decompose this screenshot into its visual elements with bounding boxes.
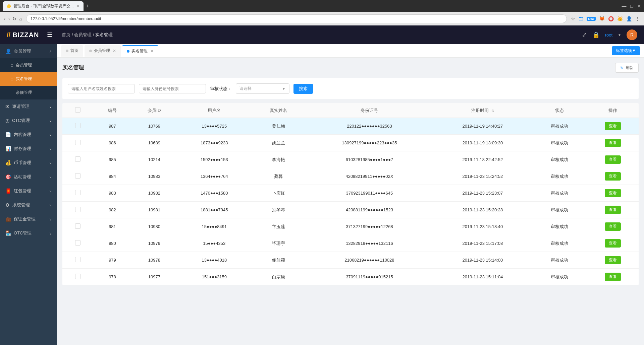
extension-icon-1[interactable]: 🗔 [579,16,583,21]
cell-realname: 毕珊宇 [251,235,306,252]
row-checkbox-2[interactable] [75,156,80,162]
sidebar-item-balance[interactable]: □ 余额管理 [0,86,57,99]
home-button[interactable]: ⌂ [19,16,22,21]
row-checkbox-3[interactable] [75,173,80,179]
breadcrumb-home[interactable]: 首页 [62,32,70,37]
cell-action[interactable]: 查看 [587,202,639,218]
user-info[interactable]: root [605,32,612,38]
cell-checkbox[interactable] [62,185,94,202]
idno-search-input[interactable] [139,84,206,93]
cell-action[interactable]: 查看 [587,185,639,202]
active-tab[interactable]: 🟡 管理后台 - 币严|全球数字资产交... ✕ [3,1,84,11]
extension-icon-3[interactable]: ⭕ [608,16,614,21]
cell-checkbox[interactable] [62,269,94,285]
user-icon[interactable]: 👤 [626,16,632,21]
tab-member-mgmt[interactable]: 会员管理 ✕ [85,45,121,57]
row-checkbox-0[interactable] [75,123,80,128]
view-button[interactable]: 查看 [605,256,621,264]
sidebar-item-member[interactable]: 👤 会员管理 ∧ [0,44,57,58]
sidebar-item-content[interactable]: 📄 内容管理 ∨ [0,128,57,142]
cell-action[interactable]: 查看 [587,235,639,252]
sidebar-item-member-mgmt[interactable]: □ 会员管理 [0,58,57,72]
sidebar-item-ctc[interactable]: ◎ CTC管理 ∨ [0,114,57,128]
status-select[interactable]: 请选择 ▼ [236,83,289,94]
cell-realname: 卞玉莲 [251,218,306,235]
sidebar-item-coin[interactable]: 💰 币币管理 ∨ [0,156,57,170]
view-button[interactable]: 查看 [605,273,621,281]
cell-checkbox[interactable] [62,135,94,151]
th-checkbox[interactable] [62,103,94,118]
tab-member-close[interactable]: ✕ [113,49,116,53]
cell-action[interactable]: 查看 [587,135,639,151]
cell-checkbox[interactable] [62,151,94,168]
view-button[interactable]: 查看 [605,189,621,197]
cell-action[interactable]: 查看 [587,168,639,185]
cell-action[interactable]: 查看 [587,218,639,235]
lock-icon[interactable]: 🔒 [592,31,600,39]
cell-checkbox[interactable] [62,218,94,235]
extension-icon-4[interactable]: 😺 [617,16,623,21]
extension-icon-2[interactable]: 🦊 [599,16,605,21]
tab-realname-close[interactable]: ✕ [150,49,154,54]
row-checkbox-8[interactable] [75,257,80,262]
reload-button[interactable]: ↻ [12,16,16,21]
row-checkbox-4[interactable] [75,190,80,195]
user-dropdown-icon[interactable]: ▼ [618,33,621,37]
cell-checkbox[interactable] [62,168,94,185]
breadcrumb: 首页 / 会员管理 / 实名管理 [62,32,113,38]
back-button[interactable]: ‹ [4,16,6,21]
view-button[interactable]: 查看 [605,155,621,164]
username-search-input[interactable] [68,84,135,93]
cell-action[interactable]: 查看 [587,269,639,285]
view-button[interactable]: 查看 [605,139,621,147]
sidebar-item-finance[interactable]: 📊 财务管理 ∨ [0,142,57,156]
tab-home[interactable]: 首页 [61,45,83,57]
sidebar-toggle[interactable]: ☰ [47,31,52,39]
view-button[interactable]: 查看 [605,222,621,231]
cell-checkbox[interactable] [62,252,94,269]
bookmark-icon[interactable]: ☆ [571,16,575,21]
close-icon[interactable]: ✕ [637,3,641,9]
th-status: 状态 [532,103,587,118]
sidebar-item-redpacket[interactable]: 🧧 红包管理 ∨ [0,184,57,198]
sidebar-item-system[interactable]: ⚙ 系统管理 ∨ [0,198,57,212]
refresh-button[interactable]: ↻ 刷新 [615,63,639,73]
th-regtime[interactable]: 注册时间 ⇅ [433,103,532,118]
view-button[interactable]: 查看 [605,122,621,130]
sidebar-item-activity[interactable]: 🎯 活动管理 ∨ [0,170,57,184]
menu-icon[interactable]: ⋮ [635,16,640,21]
fullscreen-icon[interactable]: ⤢ [582,31,587,39]
new-tab-button[interactable]: + [86,3,89,9]
row-checkbox-7[interactable] [75,240,80,246]
minimize-icon[interactable]: — [622,3,627,9]
cell-action[interactable]: 查看 [587,118,639,135]
maximize-icon[interactable]: □ [631,3,633,9]
row-checkbox-5[interactable] [75,207,80,212]
sidebar-label-margin: 保证金管理 [14,216,36,222]
url-bar[interactable]: 127.0.0.1:9527/#/member/memberaudit [26,14,567,23]
view-button[interactable]: 查看 [605,172,621,181]
view-button[interactable]: 查看 [605,206,621,214]
finance-icon: 📊 [5,146,11,151]
tab-realname[interactable]: 实名管理 ✕ [122,45,158,57]
select-all-checkbox[interactable] [75,107,80,113]
row-checkbox-1[interactable] [75,140,80,145]
row-checkbox-6[interactable] [75,223,80,229]
cell-checkbox[interactable] [62,235,94,252]
row-checkbox-9[interactable] [75,274,80,279]
cell-checkbox[interactable] [62,202,94,218]
sidebar-item-realname[interactable]: □ 实名管理 [0,72,57,86]
breadcrumb-member[interactable]: 会员管理 [74,32,92,37]
search-button[interactable]: 搜索 [293,84,313,94]
cell-checkbox[interactable] [62,118,94,135]
sidebar-item-invite[interactable]: ✉ 邀请管理 ∨ [0,99,57,114]
view-button[interactable]: 查看 [605,239,621,248]
forward-button[interactable]: › [8,16,10,21]
tab-close-icon[interactable]: ✕ [76,4,79,8]
sidebar-item-margin[interactable]: 💼 保证金管理 ∨ [0,212,57,226]
cell-action[interactable]: 查看 [587,151,639,168]
ctc-arrow: ∨ [49,119,52,123]
cell-action[interactable]: 查看 [587,252,639,269]
sidebar-item-otc[interactable]: 🏪 OTC管理 ∨ [0,226,57,240]
tag-select-button[interactable]: 标签选项▼ [612,46,640,55]
